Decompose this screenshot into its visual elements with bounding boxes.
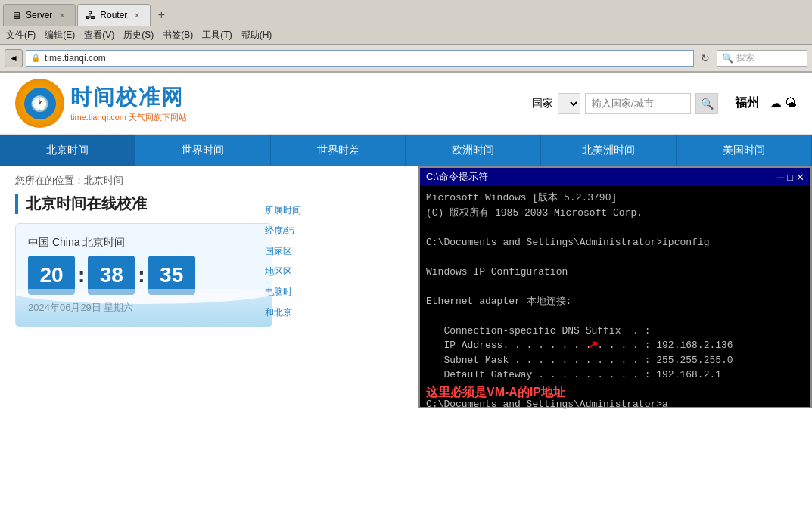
server-tab-label: Server xyxy=(26,10,52,20)
sidebar-link-1[interactable]: 经度/纬 xyxy=(265,225,301,237)
sidebar-links: 所属时间 经度/纬 国家区 地区区 电脑时 和北京 xyxy=(265,204,301,322)
logo-area: 🕐 时间校准网 time.tianqi.com 天气网旗下网站 xyxy=(15,79,187,128)
address-input[interactable]: 🔒 time.tianqi.com xyxy=(26,50,694,67)
time-sep1: : xyxy=(78,263,85,287)
weather-icon-cloud: ☁ xyxy=(770,96,782,110)
sidebar-link-5[interactable]: 和北京 xyxy=(265,306,301,319)
city-input[interactable] xyxy=(585,93,691,114)
menu-history[interactable]: 历史(S) xyxy=(123,29,154,42)
nav-world-diff[interactable]: 世界时差 xyxy=(271,135,406,166)
menu-view[interactable]: 查看(V) xyxy=(84,29,114,42)
search-box[interactable]: 🔍 搜索 xyxy=(717,50,807,67)
logo-main-text: 时间校准网 xyxy=(70,83,187,112)
sidebar-link-0[interactable]: 所属时间 xyxy=(265,204,301,217)
cmd-line2: (C) 版权所有 1985-2003 Microsoft Corp. xyxy=(426,206,804,221)
menu-tools[interactable]: 工具(T) xyxy=(202,29,232,42)
cmd-body: Microsoft Windows [版本 5.2.3790] (C) 版权所有… xyxy=(420,186,810,417)
menu-bookmarks[interactable]: 书签(B) xyxy=(163,29,193,42)
cmd-line5 xyxy=(426,250,804,265)
cmd-line8: Ethernet adapter 本地连接: xyxy=(426,294,804,309)
search-placeholder: 搜索 xyxy=(736,51,754,64)
country-label: 国家 xyxy=(532,97,553,110)
tab-bar: 🖥 Server ✕ 🖧 Router ✕ + xyxy=(0,0,812,26)
cmd-line9 xyxy=(426,309,804,324)
server-tab-close[interactable]: ✕ xyxy=(57,10,67,20)
nav-america-time[interactable]: 北美洲时间 xyxy=(541,135,677,166)
lock-icon: 🔒 xyxy=(31,54,40,62)
server-tab-icon: 🖥 xyxy=(11,10,21,21)
cmd-line11: IP Address. . . . . . . . . . . . : 192.… xyxy=(426,338,804,353)
url-text: time.tianqi.com xyxy=(45,53,106,64)
cmd-line13: Default Gateway . . . . . . . . . : 192.… xyxy=(426,368,804,383)
cmd-annotation: 这里必须是VM-A的IP地址 xyxy=(426,385,565,401)
router-tab-icon: 🖧 xyxy=(86,10,95,21)
weather-icon-sun: 🌤 xyxy=(785,96,797,110)
cmd-window: C:\命令提示符 ─ □ ✕ Microsoft Windows [版本 5.2… xyxy=(418,166,812,408)
page-content: 🕐 时间校准网 time.tianqi.com 天气网旗下网站 国家 🔍 福州 … xyxy=(0,73,812,515)
country-select[interactable] xyxy=(558,93,580,114)
nav-world-time[interactable]: 世界时间 xyxy=(135,135,271,166)
nav-europe-time[interactable]: 欧洲时间 xyxy=(406,135,541,166)
cmd-line6: Windows IP Configuration xyxy=(426,265,804,280)
cmd-close[interactable]: ✕ xyxy=(796,172,804,183)
city-search-button[interactable]: 🔍 xyxy=(695,93,718,114)
router-tab-close[interactable]: ✕ xyxy=(132,10,142,20)
city-name: 福州 xyxy=(735,95,759,111)
page-body: 您所在的位置：北京时间 北京时间在线校准 中国 China 北京时间 20 : … xyxy=(0,166,812,515)
nav-beijing-time[interactable]: 北京时间 xyxy=(0,135,135,166)
cmd-line10: Connection-specific DNS Suffix . : xyxy=(426,324,804,339)
search-icon: 🔍 xyxy=(722,53,733,64)
browser-chrome: 🖥 Server ✕ 🖧 Router ✕ + 文件(F) 编辑(E) 查看(V… xyxy=(0,0,812,73)
new-tab-button[interactable]: + xyxy=(152,6,170,24)
refresh-button[interactable]: ↻ xyxy=(697,50,714,67)
nav-us-time[interactable]: 美国时间 xyxy=(677,135,812,166)
menu-help[interactable]: 帮助(H) xyxy=(241,29,272,42)
back-button[interactable]: ◄ xyxy=(5,49,23,67)
tab-router[interactable]: 🖧 Router ✕ xyxy=(77,4,151,26)
cmd-titlebar: C:\命令提示符 ─ □ ✕ xyxy=(420,168,810,186)
site-header: 🕐 时间校准网 time.tianqi.com 天气网旗下网站 国家 🔍 福州 … xyxy=(0,73,812,135)
cmd-title: C:\命令提示符 xyxy=(426,170,777,184)
sidebar-link-4[interactable]: 电脑时 xyxy=(265,286,301,299)
cmd-line4: C:\Documents and Settings\Administrator>… xyxy=(426,235,804,250)
country-selector: 国家 🔍 福州 ☁ 🌤 xyxy=(532,93,797,114)
cmd-line12: Subnet Mask . . . . . . . . . . . : 255.… xyxy=(426,353,804,368)
menu-edit[interactable]: 编辑(E) xyxy=(45,29,75,42)
time-sep2: : xyxy=(138,263,145,287)
cmd-line1: Microsoft Windows [版本 5.2.3790] xyxy=(426,191,804,206)
logo-text-area: 时间校准网 time.tianqi.com 天气网旗下网站 xyxy=(70,83,187,123)
cmd-minimize[interactable]: ─ xyxy=(777,172,784,183)
tab-server[interactable]: 🖥 Server ✕ xyxy=(3,4,76,26)
router-tab-label: Router xyxy=(100,10,127,20)
site-nav: 北京时间 世界时间 世界时差 欧洲时间 北美洲时间 美国时间 xyxy=(0,135,812,166)
logo-image: 🕐 xyxy=(15,79,64,128)
sidebar-link-3[interactable]: 地区区 xyxy=(265,265,301,278)
logo-sub-text: time.tianqi.com 天气网旗下网站 xyxy=(70,112,187,123)
menu-bar: 文件(F) 编辑(E) 查看(V) 历史(S) 书签(B) 工具(T) 帮助(H… xyxy=(0,26,812,45)
cmd-line7 xyxy=(426,279,804,294)
cmd-maximize[interactable]: □ xyxy=(787,172,793,183)
address-bar: ◄ 🔒 time.tianqi.com ↻ 🔍 搜索 xyxy=(0,45,812,72)
weather-icons: ☁ 🌤 xyxy=(770,96,797,110)
time-info: 中国 China 北京时间 xyxy=(28,236,260,250)
menu-file[interactable]: 文件(F) xyxy=(6,29,36,42)
sidebar-link-2[interactable]: 国家区 xyxy=(265,245,301,258)
cmd-line3 xyxy=(426,220,804,235)
